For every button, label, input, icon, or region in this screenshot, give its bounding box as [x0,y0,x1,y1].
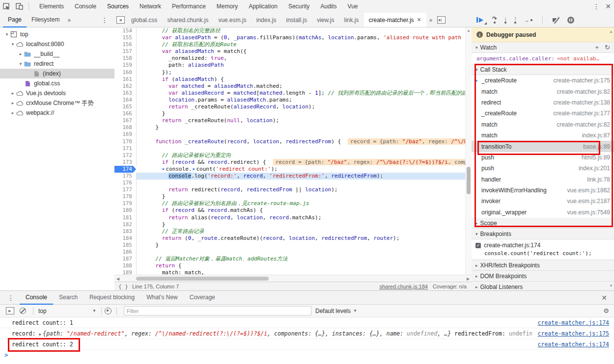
line-number[interactable]: 160 [114,69,137,76]
continue-to-here-icon[interactable]: ▶ [163,167,165,171]
pretty-print-icon[interactable]: { } [118,284,128,290]
panel-scroll-up-icon[interactable]: ▲ [609,29,613,34]
watch-expression[interactable]: arguments.callee.caller: <not availab… [472,53,614,64]
line-number[interactable]: 181 [114,214,137,221]
console-sidebar-icon[interactable]: ▶ [4,306,16,316]
tab-page[interactable]: Page [3,12,27,27]
tab-filesystem[interactable]: Filesystem [27,12,64,27]
step-into-icon[interactable]: ↓ [504,16,507,24]
live-expression-icon[interactable] [105,308,112,314]
chevron-right-icon[interactable]: ▸ [10,101,16,105]
close-drawer-icon[interactable]: ✕ [598,292,610,304]
preview-panel-icon[interactable]: ▶▏ [435,15,447,26]
main-menu-icon[interactable]: ⋮ [590,0,602,12]
call-frame-redirect[interactable]: redirectcreate-matcher.js:138 [472,97,614,108]
line-number[interactable]: 175 [114,173,137,180]
chevron-right-icon[interactable]: ▸ [10,110,16,115]
resume-script-icon[interactable] [476,17,485,23]
line-number[interactable]: 165 [114,104,137,110]
console-prompt[interactable]: > [0,350,614,360]
close-devtools-icon[interactable]: ✕ [602,0,614,12]
drawer-tab-search[interactable]: Search [53,290,84,305]
line-number[interactable]: 163 [114,90,137,97]
watch-section-header[interactable]: ▾Watch + ↻ [472,42,614,53]
call-frame-match[interactable]: matchindex.js:87 [472,130,614,141]
editor-tab-shared-chunk-js[interactable]: shared.chunk.js [162,13,213,27]
call-frame-push[interactable]: pushhtml5.js:89 [472,152,614,163]
editor-tab-view-js[interactable]: view.js [312,13,339,27]
editor-tab-link-js[interactable]: link.js [339,13,364,27]
chevron-down-icon[interactable]: ▾ [10,42,16,47]
line-number[interactable]: 169 [114,131,137,138]
tab-console[interactable]: Console [69,0,102,14]
chevron-down-icon[interactable]: ▾ [18,61,24,66]
tab-security[interactable]: Security [283,0,315,14]
line-number[interactable]: 187 [114,256,137,262]
device-toolbar-icon[interactable] [13,0,26,13]
editor-tab-create-matcher-js[interactable]: create-matcher.js✕ [364,13,426,27]
section-header-global-listeners[interactable]: ▸Global Listeners [472,282,614,290]
step-over-icon[interactable]: ↷ [492,16,497,24]
call-frame-createroute[interactable]: ▶_createRoutecreate-matcher.js:175 [472,75,614,86]
editor-tab-global-css[interactable]: global.css [126,13,162,27]
tree-item-top[interactable]: ▾top [0,29,114,39]
section-header-xhr-fetch-breakpoints[interactable]: ▸XHR/fetch Breakpoints [472,260,614,271]
chevron-right-icon[interactable]: ▸ [10,91,16,96]
tab-network[interactable]: Network [134,0,167,14]
clear-console-icon[interactable] [20,308,26,314]
line-number[interactable]: 167 [114,117,137,124]
call-stack-section-header[interactable]: ▾Call Stack [472,64,614,75]
more-tabs-icon[interactable]: » [64,17,74,24]
breakpoints-section-header[interactable]: ▾Breakpoints [472,229,614,239]
console-settings-icon[interactable]: ⚙ [603,307,609,314]
scroll-right-icon[interactable]: ▶ [465,277,472,281]
code-viewport[interactable]: 154 // 获取别名的完整路径155 var aliasedPath = (0… [114,27,472,282]
call-frame-handler[interactable]: handlerlink.js:78 [472,174,614,185]
message-source-link[interactable]: create-matcher.js:175 [532,330,609,337]
tree-item-index[interactable]: (index) [0,69,114,78]
line-number[interactable]: 185 [114,242,137,249]
editor-horizontal-scrollbar[interactable]: ◀ ▶ [114,275,472,282]
javascript-context-select[interactable]: top▼ [38,308,96,314]
line-number[interactable]: 159 [114,62,137,69]
tab-application[interactable]: Application [243,0,283,14]
log-levels-select[interactable]: Default levels▼ [315,308,357,314]
editor-tab-install-js[interactable]: install.js [281,13,312,27]
call-frame-match[interactable]: matchcreate-matcher.js:82 [472,119,614,130]
call-frame-push[interactable]: pushindex.js:201 [472,163,614,174]
scrollbar-thumb[interactable] [136,277,269,281]
line-number[interactable]: 182 [114,221,137,228]
tree-item-webpack[interactable]: ▸webpack:// [0,108,114,118]
chevron-down-icon[interactable]: ▾ [4,32,10,37]
call-frame-match[interactable]: matchcreate-matcher.js:82 [472,86,614,97]
tab-sources[interactable]: Sources [102,0,134,14]
mapped-source-link[interactable]: shared.chunk.js:184 [379,284,427,289]
line-number[interactable]: 180 [114,207,137,214]
line-number[interactable]: 154 [114,27,137,34]
editor-tab-index-js[interactable]: index.js [251,13,281,27]
message-source-link[interactable]: create-matcher.js:174 [532,319,609,326]
call-frame-invokewitherrorhandling[interactable]: invokeWithErrorHandlingvue.esm.js:1862 [472,185,614,196]
inspect-element-icon[interactable] [0,0,13,13]
line-number[interactable]: 173 [114,159,137,166]
line-number[interactable]: 164 [114,97,137,104]
line-number[interactable]: 156 [114,41,137,48]
line-number[interactable]: 161 [114,76,137,83]
panel-scroll-down-icon[interactable]: ▼ [609,284,613,288]
line-number[interactable]: 176 [114,180,137,186]
line-number[interactable]: 158 [114,55,137,62]
tree-item-build[interactable]: ▸__build__ [0,49,114,59]
tab-memory[interactable]: Memory [211,0,243,14]
line-number[interactable]: 188 [114,262,137,269]
expand-object-icon[interactable]: ▶ [39,332,41,337]
line-number[interactable]: 186 [114,249,137,256]
scroll-up-icon[interactable]: ▲ [466,28,472,33]
tab-vue[interactable]: Vue [342,0,363,14]
line-number[interactable]: 183 [114,228,137,235]
line-number[interactable]: 177 [114,186,137,193]
message-source-link[interactable]: create-matcher.js:174 [532,341,609,348]
line-number[interactable]: 171 [114,145,137,152]
tree-item-global-css[interactable]: global.css [0,78,114,88]
line-number[interactable]: 184 [114,235,137,242]
deactivate-breakpoints-icon[interactable] [553,17,560,23]
